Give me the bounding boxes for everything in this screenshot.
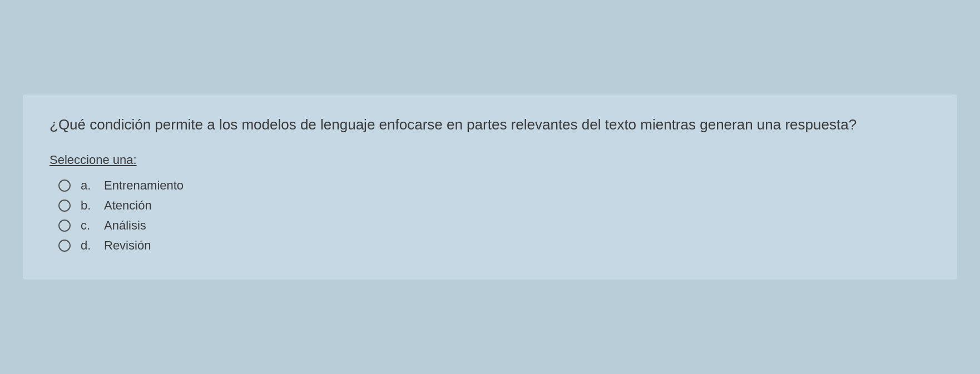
- radio-option-d[interactable]: [58, 240, 71, 252]
- quiz-container: ¿Qué condición permite a los modelos de …: [23, 94, 957, 280]
- options-list: a.Entrenamientob.Atenciónc.Análisisd.Rev…: [50, 178, 930, 253]
- option-letter-2: c.: [81, 218, 94, 233]
- option-text-2: Análisis: [104, 218, 146, 233]
- option-letter-0: a.: [81, 178, 94, 193]
- option-item-a: a.Entrenamiento: [58, 178, 930, 193]
- question-text: ¿Qué condición permite a los modelos de …: [50, 114, 930, 136]
- option-item-b: b.Atención: [58, 198, 930, 213]
- option-text-1: Atención: [104, 198, 152, 213]
- radio-option-c[interactable]: [58, 220, 71, 232]
- option-text-3: Revisión: [104, 238, 151, 253]
- option-item-c: c.Análisis: [58, 218, 930, 233]
- option-letter-1: b.: [81, 198, 94, 213]
- option-text-0: Entrenamiento: [104, 178, 184, 193]
- radio-option-a[interactable]: [58, 179, 71, 192]
- radio-option-b[interactable]: [58, 200, 71, 212]
- option-item-d: d.Revisión: [58, 238, 930, 253]
- select-label: Seleccione una:: [50, 153, 930, 167]
- option-letter-3: d.: [81, 238, 94, 253]
